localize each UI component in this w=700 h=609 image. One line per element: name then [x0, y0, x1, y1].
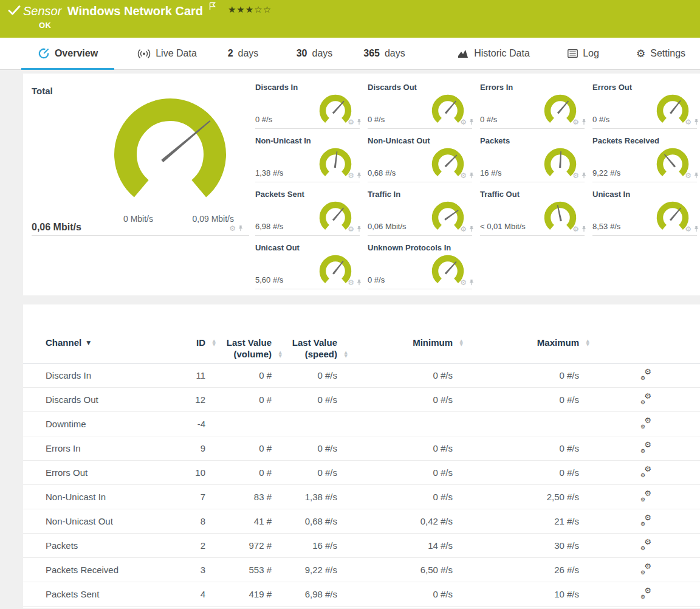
- gauge-cell: Errors In 0 #/s ⚙: [480, 75, 592, 129]
- channel-settings-icon[interactable]: ⚙⚙: [641, 516, 651, 525]
- gear-icon[interactable]: ⚙: [460, 225, 467, 233]
- pin-icon[interactable]: [468, 172, 475, 179]
- pin-icon[interactable]: [468, 225, 475, 233]
- pin-icon[interactable]: [693, 225, 699, 233]
- gauge-value: 0 #/s: [368, 275, 385, 284]
- tab-settings[interactable]: ⚙ Settings: [632, 38, 690, 69]
- cell-actions: ⚙⚙: [579, 558, 700, 582]
- gear-icon[interactable]: ⚙: [572, 119, 579, 126]
- table-row[interactable]: Packets 2 972 # 16 #/s 14 #/s 30 #/s ⚙⚙: [23, 534, 700, 558]
- tab-label: Overview: [55, 48, 98, 59]
- cell-channel[interactable]: Packets: [23, 534, 169, 558]
- cell-channel[interactable]: Discards In: [23, 363, 169, 388]
- table-row[interactable]: Errors In 9 0 # 0 #/s 0 #/s 0 #/s ⚙⚙: [23, 436, 700, 461]
- gauge-title: Traffic In: [368, 190, 400, 199]
- table-row[interactable]: Packets Received 3 553 # 9,22 #/s 6,50 #…: [23, 558, 700, 582]
- gauge-cell: Packets Received 9,22 #/s ⚙: [592, 129, 700, 182]
- gear-icon[interactable]: ⚙: [685, 225, 691, 233]
- priority-stars[interactable]: ★★★☆☆: [228, 4, 272, 15]
- pin-icon[interactable]: [581, 225, 587, 233]
- column-header-id[interactable]: ID▲▼: [169, 304, 205, 363]
- gauge-value: 0,06 Mbit/s: [32, 222, 81, 233]
- tab-historic-data[interactable]: Historic Data: [447, 38, 541, 69]
- cell-channel[interactable]: Downtime: [23, 412, 169, 436]
- gear-icon[interactable]: ⚙: [229, 225, 236, 232]
- gear-icon[interactable]: ⚙: [348, 172, 354, 179]
- channel-settings-icon[interactable]: ⚙⚙: [641, 419, 651, 428]
- gear-icon[interactable]: ⚙: [685, 119, 691, 126]
- column-header-minimum[interactable]: Minimum▲▼: [337, 304, 453, 363]
- pin-icon[interactable]: [468, 279, 475, 286]
- table-row[interactable]: Discards Out 12 0 # 0 #/s 0 #/s 0 #/s ⚙⚙: [23, 388, 700, 412]
- pin-icon[interactable]: [468, 119, 475, 126]
- cell-channel[interactable]: Errors Out: [23, 461, 169, 485]
- channel-settings-icon[interactable]: ⚙⚙: [641, 492, 651, 501]
- gear-icon[interactable]: ⚙: [348, 225, 354, 233]
- table-row[interactable]: Non-Unicast Out 8 41 # 0,68 #/s 0,42 #/s…: [23, 509, 700, 534]
- cell-id: 2: [169, 534, 205, 558]
- tab-365-days[interactable]: 365days: [349, 38, 419, 69]
- pin-icon[interactable]: [356, 225, 362, 233]
- gauge-value: 9,22 #/s: [592, 168, 620, 177]
- channel-settings-icon[interactable]: ⚙⚙: [641, 589, 651, 598]
- tab-log[interactable]: Log: [562, 38, 605, 69]
- cell-channel[interactable]: Packets Received: [23, 558, 169, 582]
- cell-channel[interactable]: Non-Unicast Out: [23, 509, 169, 534]
- table-row[interactable]: Errors Out 10 0 # 0 #/s 0 #/s 0 #/s ⚙⚙: [23, 461, 700, 485]
- gauge-cell: Traffic Out < 0,01 Mbit/s ⚙: [480, 182, 592, 236]
- table-row[interactable]: Discards In 11 0 # 0 #/s 0 #/s 0 #/s ⚙⚙: [23, 363, 700, 388]
- pin-icon[interactable]: [238, 225, 244, 232]
- gear-icon[interactable]: ⚙: [460, 279, 467, 286]
- gear-icon[interactable]: ⚙: [460, 172, 467, 179]
- gear-icon[interactable]: ⚙: [348, 279, 354, 286]
- column-header-channel[interactable]: Channel▼: [23, 304, 169, 363]
- channel-settings-icon[interactable]: ⚙⚙: [641, 467, 651, 477]
- column-header-last-value-volume[interactable]: Last Value (volume)▲▼: [205, 304, 272, 363]
- channel-settings-icon[interactable]: ⚙⚙: [641, 370, 651, 379]
- channel-settings-icon[interactable]: ⚙⚙: [641, 565, 651, 574]
- pin-icon[interactable]: [581, 172, 587, 179]
- cell-channel[interactable]: Packets Sent: [23, 582, 169, 607]
- cell-maximum: 0 #/s: [453, 436, 579, 461]
- tab-overview[interactable]: Overview: [21, 38, 114, 69]
- channel-settings-icon[interactable]: ⚙⚙: [641, 394, 651, 404]
- cell-minimum: 0 #/s: [337, 461, 453, 485]
- pin-icon[interactable]: [356, 279, 362, 286]
- channel-settings-icon[interactable]: ⚙⚙: [641, 443, 651, 452]
- flag-icon[interactable]: [209, 2, 216, 10]
- gear-icon[interactable]: ⚙: [572, 172, 579, 179]
- table-row[interactable]: Non-Unicast In 7 83 # 1,38 #/s 0 #/s 2,5…: [23, 485, 700, 509]
- gear-icon[interactable]: ⚙: [460, 119, 467, 126]
- cell-actions: ⚙⚙: [579, 436, 700, 461]
- pin-icon[interactable]: [356, 119, 362, 126]
- cell-maximum: 21 #/s: [453, 509, 579, 534]
- pin-icon[interactable]: [693, 172, 699, 179]
- channel-settings-icon[interactable]: ⚙⚙: [641, 540, 651, 549]
- cell-id: 8: [169, 509, 205, 534]
- tab-30-days[interactable]: 30days: [286, 38, 343, 69]
- gear-icon[interactable]: ⚙: [348, 119, 354, 126]
- tab-label: Settings: [650, 48, 685, 59]
- cell-id: 7: [169, 485, 205, 509]
- table-row[interactable]: Downtime -4 ⚙⚙: [23, 412, 700, 436]
- gear-icon[interactable]: ⚙: [572, 225, 579, 233]
- column-header-maximum[interactable]: Maximum▲▼: [453, 304, 579, 363]
- cell-channel[interactable]: Discards Out: [23, 388, 169, 412]
- cell-id: 12: [169, 388, 205, 412]
- gear-icon[interactable]: ⚙: [685, 172, 691, 179]
- pin-icon[interactable]: [356, 172, 362, 179]
- pin-icon[interactable]: [693, 119, 699, 126]
- table-row[interactable]: Packets Sent 4 419 # 6,98 #/s 0 #/s 10 #…: [23, 582, 700, 607]
- tab-2-days[interactable]: 2days: [213, 38, 273, 69]
- cell-channel[interactable]: Non-Unicast In: [23, 485, 169, 509]
- pin-icon[interactable]: [581, 119, 587, 126]
- cell-last-value-speed: [272, 412, 337, 436]
- tab-live-data[interactable]: Live Data: [125, 38, 210, 69]
- cell-channel[interactable]: Errors In: [23, 436, 169, 461]
- gauge-title: Packets: [480, 136, 510, 145]
- gauge-value: 8,53 #/s: [592, 222, 620, 231]
- tab-number: 365: [363, 48, 380, 59]
- gauge-value: 0 #/s: [255, 115, 272, 124]
- gauge-scale-min: 0 Mbit/s: [123, 214, 153, 224]
- cell-actions: ⚙⚙: [579, 388, 700, 412]
